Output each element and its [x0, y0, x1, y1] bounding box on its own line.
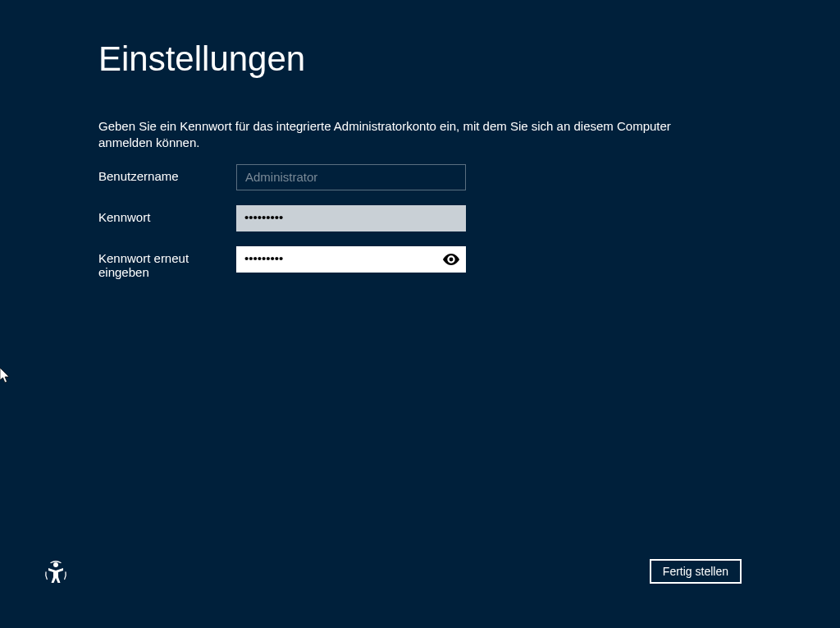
username-label: Benutzername [98, 164, 236, 183]
ease-of-access-icon [44, 561, 67, 584]
confirm-password-row: Kennwort erneut eingeben ••••••••• [98, 246, 722, 279]
svg-point-0 [450, 258, 454, 262]
username-field: Administrator [236, 164, 466, 190]
mouse-cursor [0, 368, 11, 384]
finish-button[interactable]: Fertig stellen [650, 559, 742, 584]
ease-of-access-button[interactable] [44, 561, 67, 584]
eye-icon [443, 254, 459, 265]
confirm-password-field-wrap: ••••••••• [236, 246, 466, 273]
oobe-settings-page: Einstellungen Geben Sie ein Kennwort für… [0, 0, 840, 628]
credentials-form: Benutzername Administrator Kennwort ••••… [98, 164, 722, 294]
password-field[interactable]: ••••••••• [236, 205, 466, 231]
reveal-password-button[interactable] [440, 248, 463, 271]
instruction-text: Geben Sie ein Kennwort für das integrier… [98, 118, 722, 152]
svg-point-1 [53, 562, 58, 567]
confirm-password-label: Kennwort erneut eingeben [98, 246, 236, 279]
username-row: Benutzername Administrator [98, 164, 722, 190]
confirm-password-field[interactable]: ••••••••• [236, 246, 466, 273]
password-row: Kennwort ••••••••• [98, 205, 722, 231]
username-field-wrap: Administrator [236, 164, 466, 190]
page-title: Einstellungen [98, 39, 305, 79]
password-field-wrap: ••••••••• [236, 205, 466, 231]
password-label: Kennwort [98, 205, 236, 224]
